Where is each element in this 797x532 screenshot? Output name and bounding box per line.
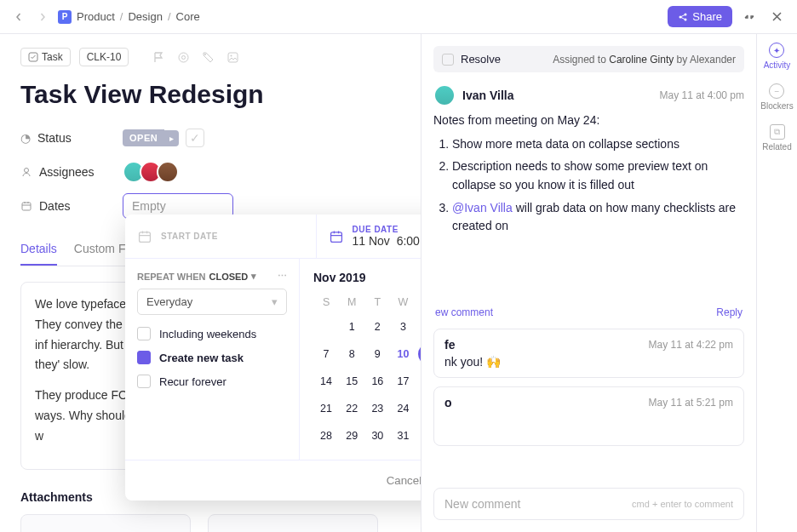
image-icon[interactable] — [226, 51, 239, 64]
calendar-grid: SMTWTFS123456789101112131415161718192021… — [313, 293, 421, 448]
cal-day — [418, 425, 421, 447]
cal-day[interactable]: 17 — [392, 370, 414, 392]
topbar: P Product / Design / Core Share — [0, 0, 797, 34]
attachment-slot[interactable] — [20, 514, 191, 532]
option-weekends[interactable]: Including weekends — [137, 327, 287, 340]
status-icon: ◔ — [20, 131, 31, 145]
activity-icon: ✦ — [769, 43, 784, 58]
nav-forward[interactable] — [34, 9, 51, 26]
bc-core[interactable]: Core — [176, 10, 200, 23]
task-icon — [28, 52, 38, 62]
status-pill[interactable]: OPEN — [123, 129, 164, 146]
cal-day[interactable]: 29 — [341, 425, 363, 447]
calendar-icon — [329, 229, 344, 244]
cal-day[interactable]: 22 — [341, 398, 363, 420]
svg-point-8 — [231, 54, 232, 56]
task-type-chip[interactable]: Task — [20, 48, 71, 66]
close-icon[interactable] — [766, 7, 787, 27]
cal-day[interactable]: 23 — [366, 398, 388, 420]
minimize-icon[interactable] — [739, 7, 760, 27]
cal-day[interactable]: 9 — [366, 343, 388, 365]
chevron-down-icon: ▾ — [272, 295, 278, 308]
nav-back[interactable] — [10, 9, 27, 26]
svg-rect-16 — [330, 232, 341, 242]
new-comment-input[interactable]: New comment cmd + enter to comment — [433, 488, 744, 520]
cal-day[interactable]: 31 — [392, 425, 414, 447]
add-comment-link[interactable]: ew comment — [435, 306, 493, 318]
comment-card[interactable]: fe May 11 at 4:22 pm nk you! 🙌 — [433, 329, 744, 378]
cal-day[interactable]: 21 — [315, 398, 337, 420]
resolve-label[interactable]: Resolve — [461, 53, 501, 66]
task-main: Task CLK-10 Task View Redesign ◔Status O… — [0, 34, 421, 532]
mention[interactable]: @Ivan Villa — [452, 201, 513, 215]
calendar-month-label: Nov 2019 — [313, 271, 365, 284]
breadcrumb: P Product / Design / Core — [58, 10, 200, 24]
tag-icon[interactable] — [202, 51, 215, 64]
rail-blockers[interactable]: − Blockers — [760, 83, 793, 111]
svg-point-9 — [25, 169, 29, 173]
cal-day[interactable]: 28 — [315, 425, 337, 447]
svg-point-5 — [182, 55, 186, 59]
avatar — [433, 84, 456, 106]
bc-product[interactable]: Product — [77, 10, 115, 23]
status-next-icon[interactable]: ▸ — [164, 130, 179, 146]
related-icon: ⧉ — [770, 124, 785, 140]
reply-link[interactable]: Reply — [716, 306, 743, 318]
cal-day[interactable]: 4 — [418, 316, 421, 338]
svg-rect-10 — [22, 203, 31, 210]
watch-icon[interactable] — [177, 51, 190, 64]
cal-day[interactable]: 3 — [392, 316, 414, 338]
resolve-checkbox[interactable] — [442, 54, 454, 66]
svg-rect-7 — [228, 53, 238, 62]
activity-panel: Resolve Assigned to Caroline Ginty by Al… — [421, 34, 756, 532]
start-date-section[interactable]: START DATE — [125, 215, 316, 258]
assignee-avatars[interactable] — [123, 161, 179, 183]
cal-day[interactable]: 1 — [341, 316, 363, 338]
cal-day[interactable]: 14 — [315, 370, 337, 392]
side-rail: ✦ Activity − Blockers ⧉ Related — [756, 34, 797, 532]
task-title: Task View Redesign — [20, 80, 404, 109]
tab-details[interactable]: Details — [20, 235, 57, 266]
comment-card[interactable]: o May 11 at 5:21 pm — [433, 386, 744, 446]
cal-day[interactable]: 7 — [315, 343, 337, 365]
cal-day[interactable]: 16 — [366, 370, 388, 392]
share-button[interactable]: Share — [668, 6, 732, 27]
cal-day[interactable]: 15 — [341, 370, 363, 392]
cal-day[interactable]: 30 — [366, 425, 388, 447]
rail-related[interactable]: ⧉ Related — [762, 124, 791, 152]
frequency-select[interactable]: Everyday▾ — [137, 289, 287, 315]
status-complete-button[interactable]: ✓ — [186, 129, 204, 147]
cal-day[interactable]: 18 — [418, 370, 421, 392]
due-date-section[interactable]: DUE DATE 11 Nov 6:00 pm ✕ — [316, 215, 421, 258]
flag-icon[interactable] — [152, 51, 165, 64]
cal-day[interactable]: 11 — [418, 343, 421, 365]
calendar-icon — [20, 200, 32, 212]
svg-point-6 — [204, 54, 206, 55]
more-icon[interactable]: ⋯ — [278, 271, 287, 282]
task-id-chip[interactable]: CLK-10 — [79, 48, 129, 66]
assignee-icon — [20, 166, 32, 178]
cal-day[interactable]: 2 — [366, 316, 388, 338]
cal-day[interactable]: 8 — [341, 343, 363, 365]
resolve-bar: Resolve Assigned to Caroline Ginty by Al… — [433, 46, 744, 72]
svg-rect-15 — [140, 232, 151, 242]
calendar-icon — [137, 229, 152, 244]
chevron-down-icon[interactable]: ▾ — [251, 271, 256, 282]
cal-day — [315, 316, 337, 338]
bc-design[interactable]: Design — [128, 10, 162, 23]
cal-day[interactable]: 25 — [418, 398, 421, 420]
attachment-slot[interactable] — [208, 514, 378, 532]
avatar[interactable] — [157, 161, 179, 183]
option-create-task[interactable]: Create new task — [137, 351, 287, 364]
svg-point-4 — [179, 53, 188, 62]
cancel-button[interactable]: Cancel — [375, 467, 421, 494]
date-popover: START DATE DUE DATE 11 Nov 6:00 pm ✕ REP… — [125, 215, 421, 501]
blockers-icon: − — [769, 83, 784, 99]
cal-day[interactable]: 10 — [392, 343, 414, 365]
option-recur[interactable]: Recur forever — [137, 375, 287, 388]
comment-thread: Ivan Villa May 11 at 4:00 pm Notes from … — [433, 84, 744, 318]
rail-activity[interactable]: ✦ Activity — [764, 43, 791, 70]
cal-day[interactable]: 24 — [392, 398, 414, 420]
share-icon — [678, 12, 688, 22]
product-icon: P — [58, 10, 72, 24]
